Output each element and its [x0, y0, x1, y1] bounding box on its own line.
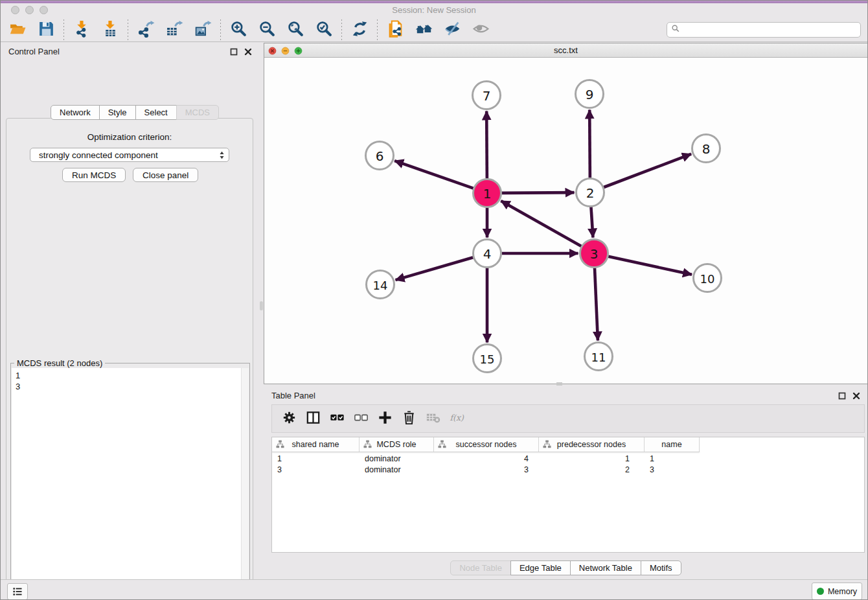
- table-row[interactable]: 1dominator411: [272, 453, 864, 464]
- network-graph[interactable]: 7968124314101511: [264, 58, 867, 384]
- table-row[interactable]: 3dominator323: [272, 464, 864, 475]
- deselect-all-button[interactable]: [349, 407, 373, 430]
- table-settings-icon: [281, 410, 297, 428]
- vertical-splitter-handle[interactable]: [260, 301, 263, 310]
- result-scrollbar[interactable]: [241, 368, 249, 600]
- open-session-button[interactable]: [3, 19, 32, 41]
- show-graphics-details-button[interactable]: [466, 19, 495, 41]
- zoom-in-button[interactable]: [224, 19, 253, 41]
- open-session-icon: [9, 20, 27, 40]
- column-header-name[interactable]: name: [645, 437, 700, 452]
- memory-label: Memory: [828, 587, 857, 596]
- import-table-button[interactable]: [96, 19, 124, 41]
- network-window-title: scc.txt: [264, 45, 867, 55]
- toolbar-separator: [128, 19, 128, 40]
- horizontal-splitter-handle[interactable]: [556, 382, 562, 386]
- optimization-criterion-label: Optimization criterion:: [6, 132, 253, 142]
- edge-2-9[interactable]: [589, 110, 590, 178]
- close-panel-icon[interactable]: [852, 391, 860, 402]
- cell-predecessor-nodes: 1: [539, 454, 645, 463]
- edge-3-1[interactable]: [501, 201, 581, 246]
- search-box[interactable]: [667, 22, 861, 38]
- export-network-icon: [137, 20, 155, 40]
- edge-1-6[interactable]: [394, 161, 474, 188]
- apply-layout-button[interactable]: [345, 19, 374, 41]
- tab-motifs[interactable]: Motifs: [641, 560, 681, 575]
- cell-successor-nodes: 4: [434, 454, 539, 463]
- close-panel-button[interactable]: Close panel: [133, 168, 198, 182]
- column-header-successor-nodes[interactable]: successor nodes: [434, 437, 539, 452]
- export-network-button[interactable]: [131, 19, 160, 41]
- control-panel-title: Control Panel: [8, 47, 60, 56]
- import-table-icon: [102, 20, 119, 40]
- column-label: MCDS role: [376, 440, 416, 449]
- edge-2-3[interactable]: [591, 207, 593, 237]
- zoom-in-icon: [230, 20, 247, 40]
- delete-column-button[interactable]: [397, 407, 421, 430]
- window-titlebar: Session: New Session: [1, 3, 867, 17]
- first-neighbors-button[interactable]: [409, 19, 438, 41]
- network-canvas[interactable]: 7968124314101511: [264, 58, 867, 384]
- run-mcds-button[interactable]: Run MCDS: [62, 168, 126, 182]
- function-builder-button: f(x): [445, 407, 469, 430]
- edge-1-7[interactable]: [486, 111, 487, 178]
- import-network-icon: [73, 20, 91, 40]
- tab-select[interactable]: Select: [135, 105, 177, 120]
- column-header-predecessor-nodes[interactable]: predecessor nodes: [539, 437, 645, 452]
- task-history-button[interactable]: [7, 583, 28, 600]
- zoom-selected-button[interactable]: [310, 19, 338, 41]
- zoom-selected-icon: [315, 20, 333, 40]
- import-network-button[interactable]: [67, 19, 96, 41]
- cell-name: 3: [645, 465, 700, 474]
- tab-style[interactable]: Style: [99, 105, 136, 120]
- table-toolbar: f(x): [271, 404, 865, 433]
- toolbar-separator: [220, 19, 221, 40]
- toolbar-separator: [63, 19, 64, 40]
- search-input[interactable]: [680, 23, 860, 36]
- application-window: Session: New Session Control Panel Netwo…: [0, 0, 868, 600]
- result-line: 3: [16, 381, 249, 392]
- save-session-button[interactable]: [32, 19, 60, 41]
- zoom-out-icon: [258, 20, 276, 40]
- mcds-result-text[interactable]: 13: [12, 368, 249, 600]
- node-label-6: 6: [376, 148, 384, 164]
- node-table[interactable]: shared nameMCDS rolesuccessor nodesprede…: [271, 437, 865, 553]
- first-neighbors-icon: [415, 20, 433, 40]
- hide-graphics-details-button[interactable]: [438, 19, 466, 41]
- table-header: shared nameMCDS rolesuccessor nodesprede…: [272, 437, 700, 452]
- table-settings-button[interactable]: [277, 407, 301, 430]
- tab-edge-table[interactable]: Edge Table: [510, 560, 571, 575]
- deselect-all-icon: [353, 410, 369, 428]
- select-all-button[interactable]: [325, 407, 349, 430]
- column-header-MCDS-role[interactable]: MCDS role: [360, 437, 434, 452]
- close-panel-icon[interactable]: [244, 47, 252, 58]
- add-column-button[interactable]: [373, 407, 397, 430]
- export-image-button[interactable]: [188, 19, 217, 41]
- new-network-from-selection-button[interactable]: [381, 19, 409, 41]
- edge-4-14[interactable]: [396, 257, 474, 280]
- edge-3-10[interactable]: [608, 257, 692, 275]
- show-columns-button[interactable]: [301, 407, 325, 430]
- table-panel-tabs: Node TableEdge TableNetwork TableMotifs: [264, 560, 868, 575]
- tab-mcds[interactable]: MCDS: [176, 105, 219, 120]
- node-label-7: 7: [483, 88, 491, 104]
- tab-network[interactable]: Network: [51, 105, 100, 120]
- float-panel-icon[interactable]: [838, 391, 846, 402]
- toolbar-separator: [341, 19, 342, 40]
- edge-1-2[interactable]: [501, 192, 574, 193]
- float-panel-icon[interactable]: [230, 47, 238, 58]
- memory-button[interactable]: Memory: [812, 583, 862, 600]
- new-network-from-selection-icon: [387, 20, 404, 40]
- cell-shared-name: 1: [272, 454, 360, 463]
- edge-3-11[interactable]: [595, 268, 598, 340]
- tab-node-table[interactable]: Node Table: [450, 560, 511, 575]
- export-table-icon: [166, 20, 183, 40]
- export-table-button[interactable]: [160, 19, 188, 41]
- optimization-criterion-select[interactable]: strongly connected component: [30, 148, 229, 162]
- column-header-shared-name[interactable]: shared name: [272, 437, 360, 452]
- save-session-icon: [38, 20, 55, 40]
- zoom-out-button[interactable]: [253, 19, 281, 41]
- edge-2-8[interactable]: [604, 154, 691, 187]
- tab-network-table[interactable]: Network Table: [570, 560, 641, 575]
- zoom-fit-button[interactable]: [281, 19, 310, 41]
